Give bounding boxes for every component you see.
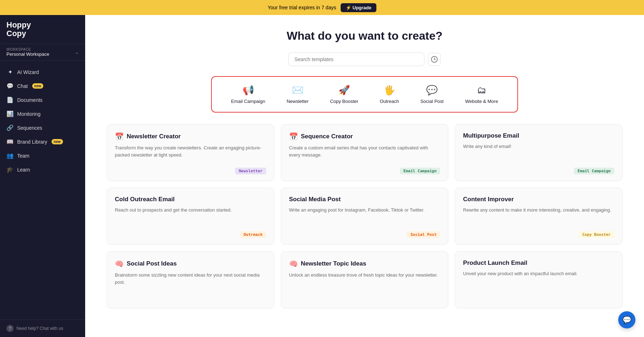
template-badge: Outreach — [240, 231, 266, 238]
sidebar-item-team[interactable]: 👥 Team — [0, 149, 85, 163]
help-footer[interactable]: ? Need help? Chat with us — [0, 319, 85, 337]
sidebar-nav: ✦ AI Wizard 💬 Chat new 📄 Documents 📊 Mon… — [0, 61, 85, 319]
history-icon[interactable] — [428, 53, 441, 66]
monitoring-icon: 📊 — [6, 110, 14, 117]
template-badge: Social Post — [407, 231, 440, 238]
template-card-cold-outreach[interactable]: Cold Outreach Email Reach out to prospec… — [107, 188, 274, 245]
help-text: Need help? Chat with us — [16, 326, 63, 331]
ai-wizard-icon: ✦ — [6, 69, 14, 75]
tab-copy-booster[interactable]: 🚀 Copy Booster — [319, 82, 369, 107]
template-grid: 📅 Newsletter Creator Transform the way y… — [107, 124, 623, 308]
logo-text: HoppyCopy — [6, 21, 79, 38]
help-icon: ? — [6, 325, 14, 332]
card-desc: Create a custom email series that has yo… — [289, 144, 440, 162]
template-badge: Newsletter — [235, 168, 266, 174]
card-title: 🧠 Social Post Ideas — [115, 259, 266, 268]
main-layout: HoppyCopy Workspace Personal Workspace ✦… — [0, 15, 644, 337]
template-card-content-improver[interactable]: Content Improver Rewrite any content to … — [455, 188, 623, 245]
sidebar-item-chat[interactable]: 💬 Chat new — [0, 79, 85, 93]
card-desc: Unveil your new product with an impactfu… — [463, 270, 614, 302]
newsletter-icon: ✉️ — [292, 85, 303, 96]
search-input[interactable] — [288, 53, 424, 66]
card-title: Cold Outreach Email — [115, 196, 266, 203]
tab-label: Email Campaign — [231, 99, 265, 104]
tab-label: Copy Booster — [330, 99, 358, 104]
banner-text: Your free trial expires in 7 days — [268, 5, 336, 10]
workspace-switcher[interactable]: Workspace Personal Workspace — [0, 44, 85, 61]
card-desc: Reach out to prospects and get the conve… — [115, 207, 266, 226]
card-title: Social Media Post — [289, 196, 440, 203]
sidebar-item-label: Monitoring — [17, 111, 40, 117]
card-icon: 🧠 — [115, 259, 124, 268]
template-card-social-post-ideas[interactable]: 🧠 Social Post Ideas Brainstorm some sizz… — [107, 251, 274, 308]
template-card-multipurpose-email[interactable]: Multipurpose Email Write any kind of ema… — [455, 124, 623, 181]
main-content: What do you want to create? 📢 Email Camp… — [85, 15, 644, 337]
category-tabs: 📢 Email Campaign ✉️ Newsletter 🚀 Copy Bo… — [211, 76, 518, 113]
card-desc: Transform the way you create newsletters… — [115, 144, 266, 162]
template-badge: Copy Booster — [579, 231, 614, 238]
sidebar-item-sequences[interactable]: 🔗 Sequences — [0, 121, 85, 135]
card-title: 🧠 Newsletter Topic Ideas — [289, 259, 440, 268]
tab-email-campaign[interactable]: 📢 Email Campaign — [220, 82, 276, 107]
website-more-icon: 🗂 — [477, 85, 486, 96]
card-desc: Write an engaging post for Instagram, Fa… — [289, 207, 440, 226]
social-post-icon: 💬 — [426, 85, 438, 96]
template-card-product-launch-email[interactable]: Product Launch Email Unveil your new pro… — [455, 251, 623, 308]
card-icon: 📅 — [115, 132, 124, 141]
tab-label: Social Post — [420, 99, 444, 104]
workspace-name: Personal Workspace — [6, 51, 79, 57]
card-title: Multipurpose Email — [463, 132, 614, 139]
page-title: What do you want to create? — [107, 29, 623, 43]
sidebar-item-ai-wizard[interactable]: ✦ AI Wizard — [0, 65, 85, 79]
sidebar-item-label: Chat — [17, 83, 28, 89]
sequences-icon: 🔗 — [6, 124, 14, 131]
tab-label: Newsletter — [287, 99, 308, 104]
sidebar-item-label: Documents — [17, 97, 43, 103]
documents-icon: 📄 — [6, 96, 14, 103]
template-badge: Email Campaign — [400, 168, 440, 174]
new-badge: new — [52, 139, 63, 144]
card-desc: Unlock an endless treasure trove of fres… — [289, 272, 440, 302]
card-title: 📅 Newsletter Creator — [115, 132, 266, 141]
template-card-sequence-creator[interactable]: 📅 Sequence Creator Create a custom email… — [281, 124, 449, 181]
template-card-social-media-post[interactable]: Social Media Post Write an engaging post… — [281, 188, 449, 245]
card-icon: 🧠 — [289, 259, 298, 268]
tab-label: Outreach — [380, 99, 399, 104]
learn-icon: 🎓 — [6, 166, 14, 173]
brand-library-icon: 📖 — [6, 138, 14, 145]
outreach-icon: 🖐 — [384, 85, 395, 96]
sidebar: HoppyCopy Workspace Personal Workspace ✦… — [0, 15, 85, 337]
upgrade-button[interactable]: ⚡ Upgrade — [341, 3, 376, 12]
template-card-newsletter-creator[interactable]: 📅 Newsletter Creator Transform the way y… — [107, 124, 274, 181]
logo[interactable]: HoppyCopy — [0, 15, 85, 44]
email-campaign-icon: 📢 — [243, 85, 254, 96]
card-title: Content Improver — [463, 196, 614, 203]
team-icon: 👥 — [6, 152, 14, 159]
template-badge: Email Campaign — [574, 168, 614, 174]
card-icon: 📅 — [289, 132, 298, 141]
sidebar-item-label: Team — [17, 153, 29, 159]
tab-label: Website & More — [465, 99, 498, 104]
card-title: 📅 Sequence Creator — [289, 132, 440, 141]
tab-social-post[interactable]: 💬 Social Post — [410, 82, 454, 107]
card-desc: Write any kind of email! — [463, 143, 614, 162]
float-chat-button[interactable]: 💬 — [618, 311, 635, 328]
sidebar-item-documents[interactable]: 📄 Documents — [0, 93, 85, 107]
sidebar-item-learn[interactable]: 🎓 Learn — [0, 163, 85, 177]
trial-banner: Your free trial expires in 7 days ⚡ Upgr… — [0, 0, 644, 15]
card-title: Product Launch Email — [463, 259, 614, 267]
search-container — [107, 53, 623, 66]
tab-website-more[interactable]: 🗂 Website & More — [454, 82, 509, 107]
card-desc: Brainstorm some sizzling new content ide… — [115, 272, 266, 302]
tab-newsletter[interactable]: ✉️ Newsletter — [276, 82, 319, 107]
tab-outreach[interactable]: 🖐 Outreach — [369, 82, 409, 107]
sidebar-item-label: Learn — [17, 167, 30, 173]
template-card-newsletter-topic-ideas[interactable]: 🧠 Newsletter Topic Ideas Unlock an endle… — [281, 251, 449, 308]
card-desc: Rewrite any content to make it more inte… — [463, 207, 614, 226]
new-badge: new — [32, 83, 43, 89]
sidebar-item-label: Brand Library — [17, 139, 47, 145]
sidebar-item-brand-library[interactable]: 📖 Brand Library new — [0, 135, 85, 149]
workspace-label: Workspace — [6, 48, 79, 51]
sidebar-item-monitoring[interactable]: 📊 Monitoring — [0, 107, 85, 121]
copy-booster-icon: 🚀 — [338, 85, 350, 96]
